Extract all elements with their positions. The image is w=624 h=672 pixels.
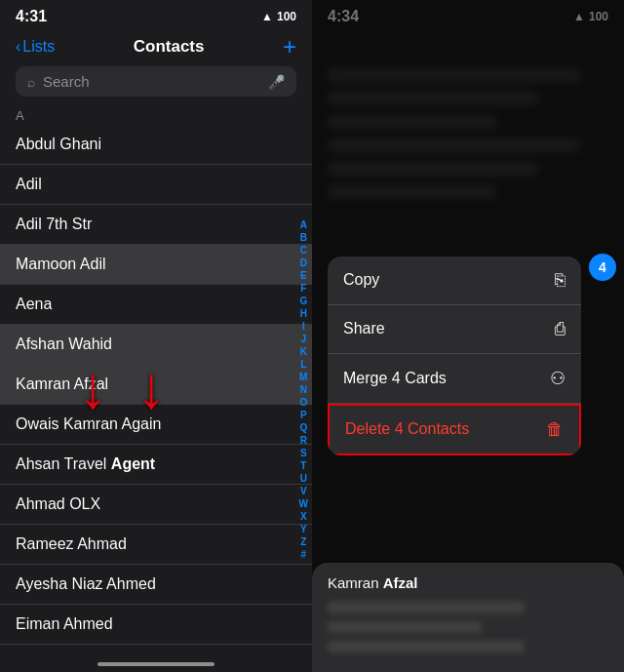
contact-item[interactable]: Eiman Ahmed bbox=[0, 605, 312, 645]
contact-name: Afshan Wahid bbox=[16, 336, 112, 353]
context-menu-overlay: Copy ⎘ Share ⎙ Merge 4 Cards ⚇ Delete 4 … bbox=[312, 0, 624, 672]
mic-icon: 🎤 bbox=[268, 74, 285, 90]
contact-name: Adil bbox=[16, 176, 42, 193]
alphabet-index[interactable]: A B C D E F G H I J K L M N O P Q R S T … bbox=[299, 219, 308, 561]
context-menu: Copy ⎘ Share ⎙ Merge 4 Cards ⚇ Delete 4 … bbox=[328, 257, 581, 455]
contact-name: Aena bbox=[16, 296, 52, 313]
contact-item[interactable]: Kamran Afzal bbox=[0, 365, 312, 405]
contacts-list: Abdul Ghani Adil Adil 7th Str Mamoon Adi… bbox=[0, 125, 312, 654]
nav-bar-left: ‹ Lists Contacts + bbox=[0, 29, 312, 66]
time-left: 4:31 bbox=[16, 8, 47, 25]
merge-icon: ⚇ bbox=[550, 368, 566, 389]
menu-item-delete[interactable]: Delete 4 Contacts 🗑 bbox=[328, 404, 581, 455]
contact-item[interactable]: Ayesha Niaz Ahmed bbox=[0, 565, 312, 605]
contact-name: Kamran Afzal bbox=[16, 376, 108, 393]
status-bar-left: 4:31 ▲ 100 bbox=[0, 0, 312, 29]
contact-item[interactable]: Ahmad OLX bbox=[0, 485, 312, 525]
contact-item[interactable]: Owais Kamran Again bbox=[0, 405, 312, 445]
contact-name: Ahmad OLX bbox=[16, 495, 100, 513]
menu-item-delete-label: Delete 4 Contacts bbox=[345, 420, 469, 438]
menu-item-copy[interactable]: Copy ⎘ bbox=[328, 257, 581, 305]
contact-item[interactable]: Aena bbox=[0, 285, 312, 325]
bottom-contact-card: Kamran Afzal bbox=[312, 563, 624, 672]
menu-item-merge[interactable]: Merge 4 Cards ⚇ bbox=[328, 354, 581, 404]
contact-name: Mamoon Adil bbox=[16, 256, 106, 273]
menu-item-copy-label: Copy bbox=[343, 271, 379, 289]
contact-item[interactable]: Rameez Ahmad bbox=[0, 525, 312, 565]
battery-icon: 100 bbox=[277, 10, 296, 23]
copy-icon: ⎘ bbox=[555, 270, 566, 291]
menu-item-merge-label: Merge 4 Cards bbox=[343, 370, 447, 387]
search-placeholder: Search bbox=[43, 73, 260, 90]
back-button[interactable]: ‹ Lists bbox=[16, 38, 55, 56]
search-bar[interactable]: ⌕ Search 🎤 bbox=[16, 66, 296, 97]
contact-name: Abdul Ghani bbox=[16, 136, 101, 153]
search-icon: ⌕ bbox=[27, 74, 35, 90]
contact-name: Ayesha Niaz Ahmed bbox=[16, 575, 156, 593]
menu-item-share[interactable]: Share ⎙ bbox=[328, 305, 581, 354]
contact-item[interactable]: Afshan Wahid bbox=[0, 325, 312, 365]
contact-item[interactable]: Abdul Ghani bbox=[0, 125, 312, 165]
home-indicator bbox=[98, 662, 214, 666]
wifi-icon: ▲ bbox=[261, 10, 273, 23]
add-button[interactable]: + bbox=[283, 35, 296, 59]
left-panel: 4:31 ▲ 100 ‹ Lists Contacts + ⌕ Search 🎤… bbox=[0, 0, 312, 672]
selection-badge: 4 bbox=[589, 254, 616, 281]
contact-name: Rameez Ahmad bbox=[16, 535, 127, 553]
back-label: Lists bbox=[22, 38, 55, 56]
bottom-card-name: Kamran Afzal bbox=[328, 574, 418, 591]
trash-icon: 🗑 bbox=[546, 419, 564, 440]
contact-name: Owais Kamran Again bbox=[16, 415, 161, 433]
section-header-a: A bbox=[0, 104, 312, 125]
share-icon: ⎙ bbox=[555, 319, 566, 339]
right-panel: 4:34 ▲ 100 Copy ⎘ Share ⎙ bbox=[312, 0, 624, 672]
contact-item[interactable]: Adil bbox=[0, 165, 312, 205]
bottom-card-blurred bbox=[328, 602, 608, 652]
contact-name: Adil 7th Str bbox=[16, 216, 92, 233]
contact-item[interactable]: Adil 7th Str bbox=[0, 205, 312, 245]
chevron-left-icon: ‹ bbox=[16, 38, 20, 56]
contact-name: Eiman Ahmed bbox=[16, 615, 113, 633]
bottom-card-row bbox=[328, 621, 482, 633]
bottom-card-surname: Afzal bbox=[383, 574, 418, 591]
contact-item[interactable]: Jawed Ahmed bbox=[0, 645, 312, 654]
status-icons-left: ▲ 100 bbox=[261, 10, 296, 23]
bottom-card-row bbox=[328, 641, 525, 652]
menu-item-share-label: Share bbox=[343, 320, 385, 337]
contact-item[interactable]: Mamoon Adil bbox=[0, 245, 312, 285]
bottom-card-row bbox=[328, 602, 525, 613]
contact-name: Ahsan Travel Agent bbox=[16, 455, 155, 473]
page-title: Contacts bbox=[134, 37, 205, 57]
contact-item[interactable]: Ahsan Travel Agent bbox=[0, 445, 312, 485]
